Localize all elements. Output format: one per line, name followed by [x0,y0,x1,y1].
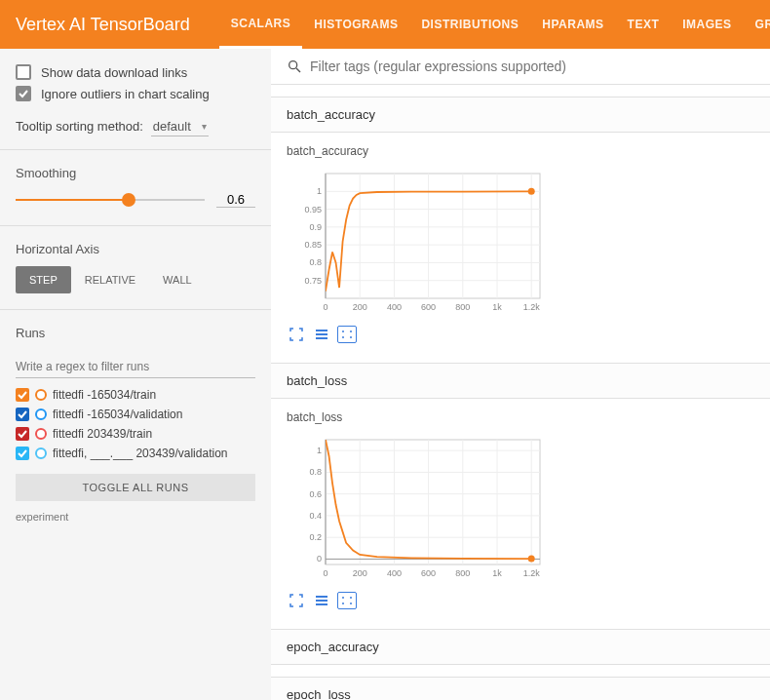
tooltip-sort-label: Tooltip sorting method: [16,119,143,134]
runs-label: Runs [16,326,255,340]
tab-hparams[interactable]: HPARAMS [530,0,615,49]
svg-text:1: 1 [317,186,322,196]
run-item: fittedfi 203439/train [16,427,255,441]
fullscreen-icon[interactable] [287,326,306,343]
chart-svg[interactable]: 0.750.80.850.90.95102004006008001k1.2k [287,164,550,320]
svg-text:800: 800 [455,302,470,312]
axis-btn-wall[interactable]: WALL [149,266,206,293]
header-tabs: SCALARSHISTOGRAMSDISTRIBUTIONSHPARAMSTEX… [219,0,770,49]
svg-text:0.9: 0.9 [309,222,322,232]
svg-point-75 [342,603,344,604]
svg-line-1 [296,68,300,72]
toggle-all-runs-button[interactable]: TOGGLE ALL RUNS [16,474,255,501]
svg-point-74 [350,597,352,599]
sidebar: Show data download links Ignore outliers… [0,49,271,700]
svg-text:0: 0 [323,302,327,312]
svg-text:0: 0 [317,554,322,564]
fit-icon[interactable] [337,592,357,609]
svg-point-38 [350,336,352,338]
panel-header[interactable]: epoch_accuracy [271,629,770,665]
svg-text:0.95: 0.95 [304,205,322,214]
run-item: fittedfi, ___.___ 203439/validation [16,447,255,460]
run-checkbox[interactable] [16,447,29,460]
svg-text:1.2k: 1.2k [523,568,541,578]
list-icon[interactable] [312,592,331,609]
axis-btn-step[interactable]: STEP [16,266,71,293]
run-color-icon [35,428,47,440]
show-download-links-label: Show data download links [41,65,187,80]
runs-filter-input[interactable] [16,356,255,378]
svg-text:400: 400 [387,302,402,312]
list-icon[interactable] [312,326,331,343]
svg-point-35 [342,331,344,332]
run-label[interactable]: fittedfi 203439/train [53,427,255,441]
panel-header[interactable]: batch_loss [271,363,770,399]
svg-text:1k: 1k [492,568,502,578]
svg-text:1.2k: 1.2k [523,302,541,312]
svg-point-31 [528,188,535,195]
svg-text:0.8: 0.8 [309,257,322,267]
panel-epoch_accuracy: epoch_accuracy [271,629,770,665]
run-color-icon [35,389,47,401]
content: batch_accuracy batch_accuracy 0.750.80.8… [271,49,770,700]
svg-text:200: 200 [353,302,367,312]
svg-text:400: 400 [387,568,402,578]
svg-point-69 [528,556,535,563]
run-checkbox[interactable] [16,388,29,402]
panel-header[interactable]: batch_accuracy [271,97,770,133]
tag-filter-input[interactable] [310,58,754,74]
svg-text:600: 600 [421,568,436,578]
chart-block: batch_loss 00.20.40.60.8102004006008001k… [271,399,770,617]
tab-histograms[interactable]: HISTOGRAMS [302,0,409,49]
run-color-icon [35,408,47,420]
svg-text:0.2: 0.2 [309,532,322,542]
chart-svg[interactable]: 00.20.40.60.8102004006008001k1.2k [287,430,550,586]
svg-point-36 [350,331,352,332]
svg-text:0.8: 0.8 [309,467,322,477]
panel-header[interactable]: epoch_loss [271,677,770,700]
panel-epoch_loss: epoch_loss [271,677,770,700]
svg-text:0: 0 [323,568,327,578]
svg-text:800: 800 [455,568,470,578]
svg-text:1: 1 [317,446,322,455]
svg-point-73 [342,597,344,599]
run-label[interactable]: fittedfi -165034/validation [53,408,255,421]
tab-graphs[interactable]: GRAPHS [744,0,770,49]
run-color-icon [35,447,47,459]
svg-rect-39 [326,440,540,564]
axis-btn-relative[interactable]: RELATIVE [71,266,149,293]
svg-text:0.75: 0.75 [304,276,322,286]
run-label[interactable]: fittedfi -165034/train [53,388,255,402]
tab-images[interactable]: IMAGES [671,0,743,49]
run-item: fittedfi -165034/train [16,388,255,402]
run-checkbox[interactable] [16,427,29,441]
svg-text:600: 600 [421,302,436,312]
smoothing-value-input[interactable] [216,192,255,208]
tooltip-sort-select[interactable]: default [151,117,209,136]
tab-scalars[interactable]: SCALARS [219,0,303,49]
tab-distributions[interactable]: DISTRIBUTIONS [409,0,530,49]
run-label[interactable]: fittedfi, ___.___ 203439/validation [53,447,255,460]
chart-block: batch_accuracy 0.750.80.850.90.951020040… [271,133,770,351]
svg-point-76 [350,603,352,604]
horizontal-axis-label: Horizontal Axis [16,242,255,256]
show-download-links-checkbox[interactable] [16,64,31,80]
panel-batch_accuracy: batch_accuracy batch_accuracy 0.750.80.8… [271,97,770,351]
smoothing-slider[interactable] [16,190,205,210]
fullscreen-icon[interactable] [287,592,306,609]
run-checkbox[interactable] [16,408,29,421]
chart-title: batch_loss [287,410,754,424]
app-title: Vertex AI TensorBoard [16,15,190,35]
fit-icon[interactable] [337,326,357,343]
ignore-outliers-checkbox[interactable] [16,86,31,101]
smoothing-label: Smoothing [16,166,255,180]
svg-point-0 [289,61,297,69]
svg-text:1k: 1k [492,302,502,312]
ignore-outliers-label: Ignore outliers in chart scaling [41,87,210,101]
svg-point-37 [342,336,344,338]
search-icon [287,58,302,74]
svg-text:0.85: 0.85 [304,240,322,250]
tab-text[interactable]: TEXT [616,0,672,49]
svg-text:0.6: 0.6 [309,489,322,499]
run-item: fittedfi -165034/validation [16,408,255,421]
